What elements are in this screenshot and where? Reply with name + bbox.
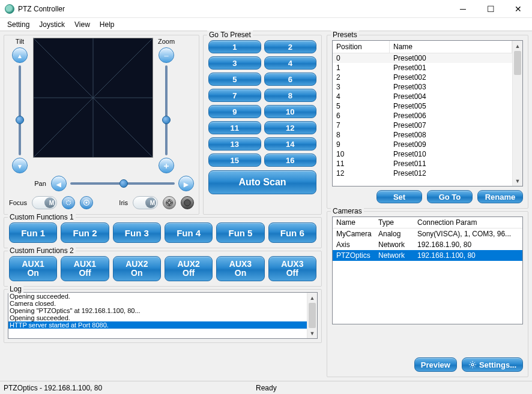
aux-button-0[interactable]: AUX1On — [9, 256, 57, 281]
preset-row[interactable]: 0Preset000 — [333, 53, 512, 63]
ptz-canvas[interactable] — [33, 38, 153, 158]
log-line[interactable]: Opening "PTZOptics" at 192.168.1.100, 80… — [8, 307, 307, 314]
log-scrollbar[interactable]: ▲ ▼ — [307, 293, 317, 338]
aux-button-2[interactable]: AUX2On — [113, 256, 161, 281]
preset-name-cell: Preset010 — [390, 149, 512, 159]
fun-5-button[interactable]: Fun 5 — [216, 222, 264, 243]
presets-list[interactable]: Position Name 0Preset0001Preset0012Prese… — [332, 40, 523, 187]
aux-button-1[interactable]: AUX1Off — [61, 256, 109, 281]
camera-type-cell: Network — [375, 239, 414, 250]
preset-row[interactable]: 6Preset006 — [333, 111, 512, 121]
menu-joystick[interactable]: Joystick — [39, 20, 65, 29]
aux-button-5[interactable]: AUX3Off — [268, 256, 316, 281]
log-line[interactable]: Camera closed. — [8, 300, 307, 307]
preset-row[interactable]: 2Preset002 — [333, 73, 512, 82]
preset-row[interactable]: 10Preset010 — [333, 149, 512, 159]
scroll-down-icon[interactable]: ▼ — [307, 328, 317, 338]
preset-name-cell: Preset008 — [390, 130, 512, 140]
menu-help[interactable]: Help — [100, 20, 115, 29]
scroll-down-icon[interactable]: ▼ — [513, 176, 522, 186]
cameras-col-name[interactable]: Name — [333, 217, 375, 228]
preset-row[interactable]: 4Preset004 — [333, 92, 512, 101]
goto-preset-6-button[interactable]: 6 — [264, 73, 317, 86]
cameras-list[interactable]: Name Type Connection Param MyCameraAnalo… — [332, 216, 523, 324]
iris-open-button[interactable] — [163, 196, 176, 209]
camera-row[interactable]: PTZOpticsNetwork192.168.1.100, 80 — [333, 250, 522, 261]
pan-left-button[interactable] — [51, 176, 67, 191]
goto-preset-3-button[interactable]: 3 — [208, 56, 261, 70]
goto-preset-7-button[interactable]: 7 — [208, 89, 261, 102]
goto-preset-8-button[interactable]: 8 — [264, 89, 317, 102]
pan-right-button[interactable] — [178, 176, 194, 191]
focus-near-button[interactable] — [62, 196, 75, 209]
goto-preset-5-button[interactable]: 5 — [208, 73, 261, 86]
presets-scrollbar[interactable]: ▲ ▼ — [512, 41, 522, 186]
preset-name-cell: Preset012 — [390, 169, 512, 178]
fun-6-button[interactable]: Fun 6 — [268, 222, 316, 243]
preset-row[interactable]: 1Preset001 — [333, 63, 512, 73]
fun-2-button[interactable]: Fun 2 — [61, 222, 109, 243]
log-line[interactable]: Opening succeeded. — [8, 293, 307, 300]
goto-preset-12-button[interactable]: 12 — [264, 121, 317, 134]
goto-preset-15-button[interactable]: 15 — [208, 154, 261, 167]
goto-preset-13-button[interactable]: 13 — [208, 137, 261, 151]
fun-1-button[interactable]: Fun 1 — [9, 222, 57, 243]
close-button[interactable]: ✕ — [504, 0, 532, 18]
goto-preset-1-button[interactable]: 1 — [208, 40, 261, 53]
zoom-in-button[interactable] — [159, 158, 174, 173]
fun-3-button[interactable]: Fun 3 — [113, 222, 161, 243]
preset-row[interactable]: 3Preset003 — [333, 82, 512, 92]
maximize-button[interactable]: ☐ — [477, 0, 504, 18]
minimize-button[interactable]: ─ — [449, 0, 477, 18]
settings-button[interactable]: Settings... — [462, 357, 523, 372]
cameras-col-conn[interactable]: Connection Param — [414, 217, 522, 228]
zoom-slider[interactable] — [161, 65, 172, 155]
tilt-down-button[interactable] — [12, 158, 28, 173]
goto-preset-16-button[interactable]: 16 — [264, 154, 317, 167]
preset-row[interactable]: 7Preset007 — [333, 121, 512, 130]
goto-preset-4-button[interactable]: 4 — [264, 56, 317, 70]
goto-preset-2-button[interactable]: 2 — [264, 40, 317, 53]
scroll-up-icon[interactable]: ▲ — [307, 293, 317, 303]
aux-button-4[interactable]: AUX3On — [216, 256, 264, 281]
log-line[interactable]: Opening succeeded. — [8, 314, 307, 321]
menu-setting[interactable]: Setting — [7, 20, 29, 29]
preset-name-cell: Preset006 — [390, 111, 512, 121]
iris-mode-toggle[interactable]: M — [133, 196, 158, 209]
scroll-up-icon[interactable]: ▲ — [513, 41, 522, 51]
focus-far-button[interactable] — [80, 196, 93, 209]
preset-set-button[interactable]: Set — [376, 190, 422, 203]
presets-col-name[interactable]: Name — [390, 41, 512, 53]
goto-preset-11-button[interactable]: 11 — [208, 121, 261, 134]
log-list[interactable]: Opening succeeded.Camera closed.Opening … — [8, 292, 318, 339]
tilt-up-button[interactable] — [12, 47, 28, 63]
aux-button-3[interactable]: AUX2Off — [165, 256, 213, 281]
iris-close-button[interactable] — [181, 196, 194, 209]
auto-scan-button[interactable]: Auto Scan — [208, 170, 316, 194]
presets-col-position[interactable]: Position — [333, 41, 390, 53]
preset-row[interactable]: 8Preset008 — [333, 130, 512, 140]
menu-view[interactable]: View — [74, 20, 90, 29]
camera-row[interactable]: MyCameraAnalogSony(VISCA), 1, COM3, 96..… — [333, 228, 522, 239]
goto-preset-14-button[interactable]: 14 — [264, 137, 317, 151]
preset-row[interactable]: 5Preset005 — [333, 101, 512, 111]
pan-slider[interactable] — [70, 178, 175, 189]
preset-row[interactable]: 11Preset011 — [333, 159, 512, 169]
cameras-col-type[interactable]: Type — [375, 217, 414, 228]
camera-row[interactable]: AxisNetwork192.168.1.90, 80 — [333, 239, 522, 250]
focus-mode-toggle[interactable]: M — [32, 196, 57, 209]
preset-position-cell: 4 — [333, 92, 390, 101]
goto-preset-9-button[interactable]: 9 — [208, 105, 261, 118]
preview-button[interactable]: Preview — [414, 357, 457, 372]
preset-rename-button[interactable]: Rename — [477, 190, 523, 203]
preset-goto-button[interactable]: Go To — [427, 190, 473, 203]
preset-position-cell: 11 — [333, 159, 390, 169]
log-line[interactable]: HTTP server started at Port 8080. — [8, 321, 307, 329]
tilt-slider[interactable] — [14, 65, 25, 155]
fun-4-button[interactable]: Fun 4 — [165, 222, 213, 243]
preset-row[interactable]: 12Preset012 — [333, 169, 512, 178]
preset-row[interactable]: 9Preset009 — [333, 140, 512, 149]
goto-preset-10-button[interactable]: 10 — [264, 105, 317, 118]
zoom-out-button[interactable] — [159, 47, 174, 63]
goto-preset-group: Go To Preset 12345678910111213141516 Aut… — [203, 35, 322, 215]
